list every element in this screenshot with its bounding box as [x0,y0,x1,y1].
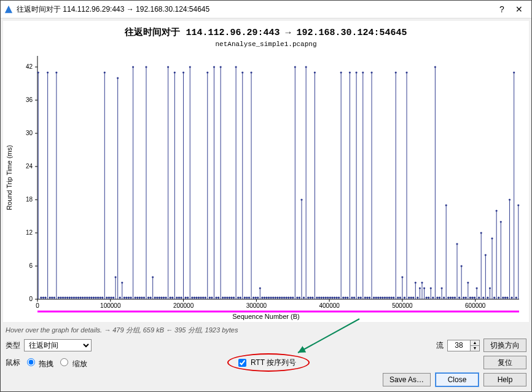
svg-text:netAnalyse_simple1.pcapng: netAnalyse_simple1.pcapng [215,41,316,48]
svg-point-453 [493,297,495,299]
svg-point-243 [264,297,265,299]
help-button[interactable]: Help [483,373,526,386]
svg-point-63 [66,297,68,299]
svg-point-71 [75,297,77,299]
svg-point-43 [44,297,46,299]
svg-point-37 [37,71,39,73]
svg-point-313 [340,71,342,73]
svg-point-135 [145,66,147,68]
controls-panel: 类型 往返时间 流 ▲ ▼ 切换方向 鼠标 拖拽 [1,336,531,391]
svg-point-169 [182,71,184,73]
svg-point-115 [123,297,125,299]
rtt-chart: 往返时间对于 114.112.96.29:443 → 192.168.30.12… [3,21,529,322]
svg-point-89 [95,297,96,299]
svg-point-379 [412,297,414,299]
svg-point-97 [104,71,106,73]
svg-point-383 [417,297,418,299]
svg-point-189 [205,297,206,299]
svg-point-297 [323,297,324,299]
svg-point-415 [452,297,453,299]
svg-point-61 [65,297,66,299]
svg-point-121 [130,297,131,299]
switch-direction-button[interactable]: 切换方向 [483,339,526,352]
stream-up-icon[interactable]: ▲ [471,340,479,346]
type-select[interactable]: 往返时间 [24,339,92,351]
radio-drag-label[interactable]: 拖拽 [24,356,53,369]
svg-point-473 [515,297,517,299]
svg-text:30: 30 [26,130,33,136]
help-window-button[interactable]: ? [493,4,510,14]
svg-point-253 [275,297,276,299]
svg-point-207 [224,297,226,299]
svg-point-41 [42,297,44,299]
svg-point-301 [327,297,329,299]
svg-point-293 [318,297,320,299]
svg-point-391 [426,297,428,299]
svg-point-119 [128,297,130,299]
svg-point-285 [310,297,311,299]
svg-point-73 [77,297,79,299]
svg-point-443 [482,297,484,299]
radio-drag[interactable] [27,358,35,366]
svg-point-201 [217,297,219,299]
svg-point-101 [108,297,110,299]
svg-point-133 [143,297,145,299]
svg-point-367 [399,297,401,299]
svg-point-321 [349,71,351,73]
radio-zoom[interactable] [60,358,68,366]
stream-down-icon[interactable]: ▼ [471,346,479,351]
svg-point-361 [393,297,394,299]
svg-point-281 [305,66,307,68]
save-as-button[interactable]: Save As… [383,373,431,386]
svg-point-467 [509,198,510,200]
svg-point-103 [110,297,112,299]
svg-text:0: 0 [29,296,33,302]
svg-point-179 [194,297,195,299]
svg-point-271 [294,66,296,68]
close-button[interactable]: Close [436,373,479,386]
svg-point-377 [410,297,412,299]
svg-point-247 [268,297,270,299]
stream-value-input[interactable] [448,340,470,351]
close-window-button[interactable]: ✕ [510,4,528,14]
svg-point-305 [331,297,333,299]
svg-point-163 [176,297,178,299]
svg-point-91 [97,297,99,299]
svg-point-335 [364,297,366,299]
svg-text:500000: 500000 [392,302,413,309]
svg-point-355 [386,297,388,299]
svg-point-47 [49,297,51,299]
svg-point-441 [480,232,482,233]
svg-point-311 [338,297,340,299]
svg-point-107 [115,276,117,278]
svg-point-353 [384,297,386,299]
svg-text:200000: 200000 [173,302,194,309]
svg-text:300000: 300000 [246,302,267,309]
svg-point-117 [125,297,127,299]
svg-point-475 [517,204,519,206]
svg-point-437 [476,287,478,289]
chart-area[interactable]: 往返时间对于 114.112.96.29:443 → 192.168.30.12… [3,21,529,322]
svg-point-395 [430,287,432,289]
svg-text:36: 36 [26,96,33,103]
svg-point-149 [160,297,162,299]
svg-point-451 [491,237,493,239]
stream-spinbox[interactable]: ▲ ▼ [447,340,480,351]
titlebar: 往返时间对于 114.112.96.29:443 → 192.168.30.12… [1,1,531,18]
svg-point-235 [255,297,257,299]
app-window: 往返时间对于 114.112.96.29:443 → 192.168.30.12… [0,0,532,392]
svg-point-241 [261,297,263,299]
svg-point-153 [165,297,166,299]
svg-point-445 [485,254,487,256]
radio-zoom-label[interactable]: 缩放 [57,356,87,369]
svg-point-315 [342,297,344,299]
svg-point-233 [252,297,254,299]
svg-text:600000: 600000 [465,302,486,309]
svg-point-109 [117,77,119,79]
svg-point-171 [185,297,187,299]
svg-point-359 [391,297,393,299]
svg-point-375 [408,297,410,299]
svg-point-317 [345,297,346,299]
reset-button[interactable]: 复位 [483,356,526,369]
svg-point-181 [195,297,197,299]
